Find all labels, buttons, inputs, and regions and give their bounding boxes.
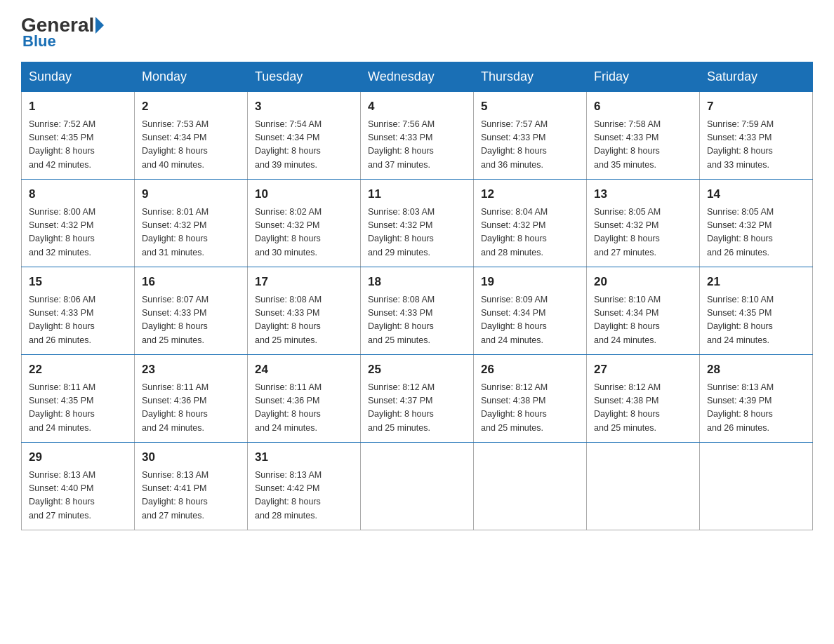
day-cell-14: 14Sunrise: 8:05 AMSunset: 4:32 PMDayligh… [700, 180, 813, 267]
day-info: Sunrise: 8:07 AMSunset: 4:33 PMDaylight:… [142, 293, 240, 348]
day-number: 7 [707, 98, 805, 116]
day-info: Sunrise: 7:56 AMSunset: 4:33 PMDaylight:… [368, 118, 466, 173]
day-info: Sunrise: 8:01 AMSunset: 4:32 PMDaylight:… [142, 206, 240, 260]
day-cell-4: 4Sunrise: 7:56 AMSunset: 4:33 PMDaylight… [361, 92, 474, 180]
day-number: 18 [368, 273, 466, 291]
day-info: Sunrise: 8:10 AMSunset: 4:35 PMDaylight:… [707, 293, 805, 348]
day-info: Sunrise: 8:04 AMSunset: 4:32 PMDaylight:… [481, 206, 579, 260]
day-number: 14 [707, 185, 805, 203]
day-cell-12: 12Sunrise: 8:04 AMSunset: 4:32 PMDayligh… [474, 180, 587, 267]
day-cell-19: 19Sunrise: 8:09 AMSunset: 4:34 PMDayligh… [474, 267, 587, 355]
day-cell-7: 7Sunrise: 7:59 AMSunset: 4:33 PMDaylight… [700, 92, 813, 180]
day-info: Sunrise: 8:13 AMSunset: 4:40 PMDaylight:… [29, 469, 127, 523]
day-info: Sunrise: 8:10 AMSunset: 4:34 PMDaylight:… [594, 293, 692, 348]
day-number: 26 [481, 361, 579, 379]
day-number: 17 [255, 273, 353, 291]
day-info: Sunrise: 8:13 AMSunset: 4:39 PMDaylight:… [707, 381, 805, 436]
day-cell-27: 27Sunrise: 8:12 AMSunset: 4:38 PMDayligh… [587, 355, 700, 443]
day-number: 27 [594, 361, 692, 379]
day-number: 5 [481, 98, 579, 116]
day-info: Sunrise: 8:12 AMSunset: 4:37 PMDaylight:… [368, 381, 466, 436]
day-info: Sunrise: 7:52 AMSunset: 4:35 PMDaylight:… [29, 118, 127, 173]
day-cell-16: 16Sunrise: 8:07 AMSunset: 4:33 PMDayligh… [135, 267, 248, 355]
day-cell-3: 3Sunrise: 7:54 AMSunset: 4:34 PMDaylight… [248, 92, 361, 180]
day-cell-21: 21Sunrise: 8:10 AMSunset: 4:35 PMDayligh… [700, 267, 813, 355]
empty-cell [474, 443, 587, 530]
day-number: 19 [481, 273, 579, 291]
empty-cell [361, 443, 474, 530]
day-number: 9 [142, 185, 240, 203]
day-info: Sunrise: 8:11 AMSunset: 4:35 PMDaylight:… [29, 381, 127, 436]
week-row-2: 8Sunrise: 8:00 AMSunset: 4:32 PMDaylight… [22, 180, 813, 267]
day-number: 31 [255, 448, 353, 467]
header-tuesday: Tuesday [248, 62, 361, 92]
day-number: 28 [707, 361, 805, 379]
day-number: 25 [368, 361, 466, 379]
week-row-5: 29Sunrise: 8:13 AMSunset: 4:40 PMDayligh… [22, 443, 813, 530]
day-cell-2: 2Sunrise: 7:53 AMSunset: 4:34 PMDaylight… [135, 92, 248, 180]
day-info: Sunrise: 8:03 AMSunset: 4:32 PMDaylight:… [368, 206, 466, 260]
day-number: 8 [29, 185, 127, 203]
day-cell-23: 23Sunrise: 8:11 AMSunset: 4:36 PMDayligh… [135, 355, 248, 443]
header-thursday: Thursday [474, 62, 587, 92]
day-info: Sunrise: 7:54 AMSunset: 4:34 PMDaylight:… [255, 118, 353, 173]
day-number: 20 [594, 273, 692, 291]
day-cell-13: 13Sunrise: 8:05 AMSunset: 4:32 PMDayligh… [587, 180, 700, 267]
day-number: 11 [368, 185, 466, 203]
day-info: Sunrise: 8:02 AMSunset: 4:32 PMDaylight:… [255, 206, 353, 260]
logo-blue: Blue [21, 32, 56, 51]
day-cell-1: 1Sunrise: 7:52 AMSunset: 4:35 PMDaylight… [22, 92, 135, 180]
day-number: 23 [142, 361, 240, 379]
week-row-3: 15Sunrise: 8:06 AMSunset: 4:33 PMDayligh… [22, 267, 813, 355]
day-number: 4 [368, 98, 466, 116]
day-number: 24 [255, 361, 353, 379]
logo: General Blue [21, 14, 105, 51]
day-info: Sunrise: 8:05 AMSunset: 4:32 PMDaylight:… [594, 206, 692, 260]
day-number: 10 [255, 185, 353, 203]
day-number: 29 [29, 448, 127, 467]
day-info: Sunrise: 8:00 AMSunset: 4:32 PMDaylight:… [29, 206, 127, 260]
day-info: Sunrise: 8:11 AMSunset: 4:36 PMDaylight:… [142, 381, 240, 436]
day-cell-6: 6Sunrise: 7:58 AMSunset: 4:33 PMDaylight… [587, 92, 700, 180]
day-info: Sunrise: 8:12 AMSunset: 4:38 PMDaylight:… [594, 381, 692, 436]
day-cell-24: 24Sunrise: 8:11 AMSunset: 4:36 PMDayligh… [248, 355, 361, 443]
day-cell-25: 25Sunrise: 8:12 AMSunset: 4:37 PMDayligh… [361, 355, 474, 443]
day-cell-9: 9Sunrise: 8:01 AMSunset: 4:32 PMDaylight… [135, 180, 248, 267]
day-number: 3 [255, 98, 353, 116]
day-cell-17: 17Sunrise: 8:08 AMSunset: 4:33 PMDayligh… [248, 267, 361, 355]
logo-arrow-icon [95, 17, 104, 34]
page-header: General Blue [21, 14, 813, 51]
day-cell-8: 8Sunrise: 8:00 AMSunset: 4:32 PMDaylight… [22, 180, 135, 267]
day-cell-30: 30Sunrise: 8:13 AMSunset: 4:41 PMDayligh… [135, 443, 248, 530]
day-number: 13 [594, 185, 692, 203]
day-cell-22: 22Sunrise: 8:11 AMSunset: 4:35 PMDayligh… [22, 355, 135, 443]
day-number: 16 [142, 273, 240, 291]
day-cell-31: 31Sunrise: 8:13 AMSunset: 4:42 PMDayligh… [248, 443, 361, 530]
day-info: Sunrise: 7:58 AMSunset: 4:33 PMDaylight:… [594, 118, 692, 173]
day-info: Sunrise: 8:08 AMSunset: 4:33 PMDaylight:… [255, 293, 353, 348]
day-info: Sunrise: 8:05 AMSunset: 4:32 PMDaylight:… [707, 206, 805, 260]
header-wednesday: Wednesday [361, 62, 474, 92]
day-info: Sunrise: 7:59 AMSunset: 4:33 PMDaylight:… [707, 118, 805, 173]
day-number: 1 [29, 98, 127, 116]
day-number: 2 [142, 98, 240, 116]
week-row-4: 22Sunrise: 8:11 AMSunset: 4:35 PMDayligh… [22, 355, 813, 443]
day-cell-26: 26Sunrise: 8:12 AMSunset: 4:38 PMDayligh… [474, 355, 587, 443]
calendar-table: SundayMondayTuesdayWednesdayThursdayFrid… [21, 62, 813, 530]
day-cell-29: 29Sunrise: 8:13 AMSunset: 4:40 PMDayligh… [22, 443, 135, 530]
header-saturday: Saturday [700, 62, 813, 92]
day-info: Sunrise: 7:53 AMSunset: 4:34 PMDaylight:… [142, 118, 240, 173]
day-info: Sunrise: 8:08 AMSunset: 4:33 PMDaylight:… [368, 293, 466, 348]
day-cell-11: 11Sunrise: 8:03 AMSunset: 4:32 PMDayligh… [361, 180, 474, 267]
day-info: Sunrise: 8:12 AMSunset: 4:38 PMDaylight:… [481, 381, 579, 436]
header-monday: Monday [135, 62, 248, 92]
day-cell-18: 18Sunrise: 8:08 AMSunset: 4:33 PMDayligh… [361, 267, 474, 355]
day-cell-15: 15Sunrise: 8:06 AMSunset: 4:33 PMDayligh… [22, 267, 135, 355]
day-number: 21 [707, 273, 805, 291]
day-info: Sunrise: 8:06 AMSunset: 4:33 PMDaylight:… [29, 293, 127, 348]
day-info: Sunrise: 8:09 AMSunset: 4:34 PMDaylight:… [481, 293, 579, 348]
day-number: 6 [594, 98, 692, 116]
week-row-1: 1Sunrise: 7:52 AMSunset: 4:35 PMDaylight… [22, 92, 813, 180]
day-number: 30 [142, 448, 240, 467]
day-number: 22 [29, 361, 127, 379]
